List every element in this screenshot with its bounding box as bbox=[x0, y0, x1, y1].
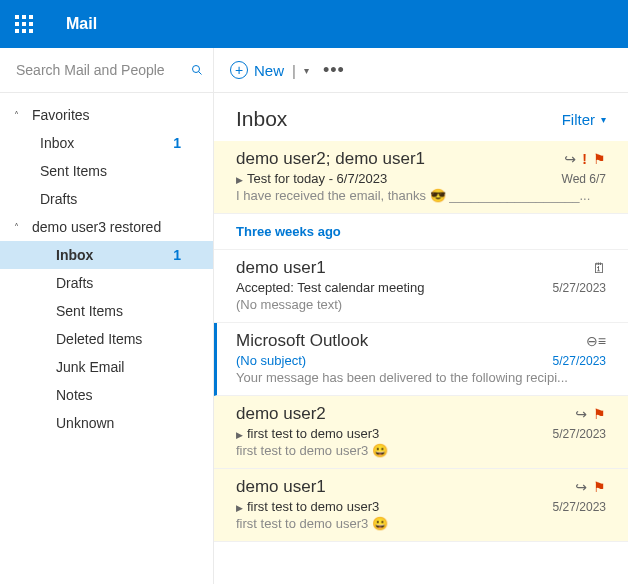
svg-rect-7 bbox=[22, 29, 26, 33]
folder-label: Sent Items bbox=[40, 163, 107, 179]
message-date: Wed 6/7 bbox=[562, 172, 606, 186]
reply-icon: ↩ bbox=[564, 151, 576, 167]
waffle-icon bbox=[15, 15, 33, 33]
message-list: Inbox Filter ▾ demo user2; demo user1 ↩ … bbox=[214, 93, 628, 584]
svg-rect-4 bbox=[22, 22, 26, 26]
flag-icon[interactable]: ⚑ bbox=[593, 406, 606, 422]
divider: | bbox=[292, 62, 296, 79]
message-subject: Test for today - 6/7/2023 bbox=[247, 171, 387, 186]
message-preview: I have received the email, thanks 😎 ____… bbox=[236, 188, 606, 203]
group-header: Three weeks ago bbox=[214, 214, 628, 250]
flag-icon[interactable]: ⚑ bbox=[593, 151, 606, 167]
folder-inbox[interactable]: Inbox 1 bbox=[0, 241, 213, 269]
search-box[interactable] bbox=[0, 48, 214, 92]
app-launcher-button[interactable] bbox=[0, 0, 48, 48]
folder-label: Inbox bbox=[40, 135, 74, 151]
message-preview: first test to demo user3 😀 bbox=[236, 516, 606, 531]
svg-rect-2 bbox=[29, 15, 33, 19]
folder-drafts[interactable]: Drafts bbox=[0, 185, 213, 213]
notification-icon: ⊖≡ bbox=[586, 333, 606, 349]
unread-count: 1 bbox=[173, 135, 181, 151]
importance-icon: ! bbox=[582, 151, 587, 167]
section-label: demo user3 restored bbox=[32, 219, 161, 235]
reply-icon: ↩ bbox=[575, 406, 587, 422]
message-sender: demo user1 bbox=[236, 258, 326, 278]
chevron-down-icon: ▾ bbox=[601, 114, 606, 125]
message-sender: demo user1 bbox=[236, 477, 326, 497]
search-input[interactable] bbox=[16, 62, 191, 78]
message-item[interactable]: demo user1 ↩⚑ ▶first test to demo user3 … bbox=[214, 469, 628, 542]
thread-caret-icon[interactable]: ▶ bbox=[236, 175, 243, 185]
section-account[interactable]: ˄ demo user3 restored bbox=[0, 213, 213, 241]
flag-icon[interactable]: ⚑ bbox=[593, 479, 606, 495]
chevron-up-icon: ˄ bbox=[14, 222, 24, 233]
list-header: Inbox Filter ▾ bbox=[214, 93, 628, 141]
folder-inbox[interactable]: Inbox 1 bbox=[0, 129, 213, 157]
message-subject: first test to demo user3 bbox=[247, 499, 379, 514]
folder-label: Deleted Items bbox=[56, 331, 142, 347]
app-title: Mail bbox=[66, 15, 97, 33]
svg-rect-0 bbox=[15, 15, 19, 19]
new-label: New bbox=[254, 62, 284, 79]
message-date: 5/27/2023 bbox=[553, 281, 606, 295]
chevron-down-icon[interactable]: ▾ bbox=[304, 65, 309, 76]
message-subject: first test to demo user3 bbox=[247, 426, 379, 441]
more-actions-button[interactable]: ••• bbox=[323, 60, 345, 81]
unread-count: 1 bbox=[173, 247, 181, 263]
folder-label: Sent Items bbox=[56, 303, 123, 319]
folder-sent-items[interactable]: Sent Items bbox=[0, 297, 213, 325]
message-date: 5/27/2023 bbox=[553, 354, 606, 368]
folder-label: Notes bbox=[56, 387, 93, 403]
message-date: 5/27/2023 bbox=[553, 500, 606, 514]
folder-drafts[interactable]: Drafts bbox=[0, 269, 213, 297]
message-preview: Your message has been delivered to the f… bbox=[236, 370, 606, 385]
message-preview: first test to demo user3 😀 bbox=[236, 443, 606, 458]
folder-title: Inbox bbox=[236, 107, 287, 131]
folder-junk-email[interactable]: Junk Email bbox=[0, 353, 213, 381]
app-header: Mail bbox=[0, 0, 628, 48]
folder-unknown[interactable]: Unknown bbox=[0, 409, 213, 437]
filter-button[interactable]: Filter ▾ bbox=[562, 111, 606, 128]
command-bar: + New | ▾ ••• bbox=[214, 48, 628, 92]
folder-label: Unknown bbox=[56, 415, 114, 431]
message-item[interactable]: Microsoft Outlook ⊖≡ (No subject) 5/27/2… bbox=[214, 323, 628, 396]
reply-icon: ↩ bbox=[575, 479, 587, 495]
svg-rect-5 bbox=[29, 22, 33, 26]
folder-sent-items[interactable]: Sent Items bbox=[0, 157, 213, 185]
folder-label: Drafts bbox=[56, 275, 93, 291]
message-sender: demo user2; demo user1 bbox=[236, 149, 425, 169]
message-item[interactable]: demo user2 ↩⚑ ▶first test to demo user3 … bbox=[214, 396, 628, 469]
toolbar: + New | ▾ ••• bbox=[0, 48, 628, 93]
thread-caret-icon[interactable]: ▶ bbox=[236, 503, 243, 513]
message-date: 5/27/2023 bbox=[553, 427, 606, 441]
folder-label: Junk Email bbox=[56, 359, 124, 375]
message-preview: (No message text) bbox=[236, 297, 606, 312]
message-item[interactable]: demo user2; demo user1 ↩ ! ⚑ ▶Test for t… bbox=[214, 141, 628, 214]
svg-point-9 bbox=[193, 66, 200, 73]
message-sender: Microsoft Outlook bbox=[236, 331, 368, 351]
folder-notes[interactable]: Notes bbox=[0, 381, 213, 409]
filter-label: Filter bbox=[562, 111, 595, 128]
thread-caret-icon[interactable]: ▶ bbox=[236, 430, 243, 440]
message-subject: (No subject) bbox=[236, 353, 306, 368]
svg-rect-1 bbox=[22, 15, 26, 19]
chevron-up-icon: ˄ bbox=[14, 110, 24, 121]
svg-rect-6 bbox=[15, 29, 19, 33]
message-subject: Accepted: Test calendar meeting bbox=[236, 280, 424, 295]
plus-icon: + bbox=[230, 61, 248, 79]
calendar-icon: 🗓 bbox=[592, 260, 606, 276]
folder-label: Drafts bbox=[40, 191, 77, 207]
message-sender: demo user2 bbox=[236, 404, 326, 424]
svg-rect-8 bbox=[29, 29, 33, 33]
folder-pane: ˄ Favorites Inbox 1 Sent Items Drafts ˄ … bbox=[0, 93, 214, 584]
message-item[interactable]: demo user1 🗓 Accepted: Test calendar mee… bbox=[214, 250, 628, 323]
body: ˄ Favorites Inbox 1 Sent Items Drafts ˄ … bbox=[0, 93, 628, 584]
svg-rect-3 bbox=[15, 22, 19, 26]
new-button[interactable]: + New | ▾ bbox=[230, 61, 309, 79]
folder-deleted-items[interactable]: Deleted Items bbox=[0, 325, 213, 353]
svg-line-10 bbox=[199, 72, 202, 75]
folder-label: Inbox bbox=[56, 247, 93, 263]
section-favorites[interactable]: ˄ Favorites bbox=[0, 101, 213, 129]
section-label: Favorites bbox=[32, 107, 90, 123]
search-icon bbox=[191, 61, 203, 79]
